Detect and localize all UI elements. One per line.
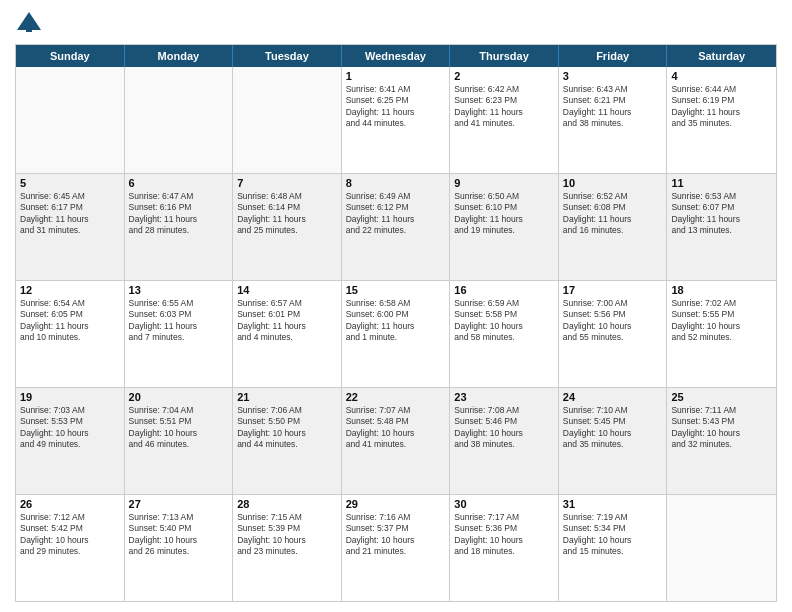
calendar-cell: 12Sunrise: 6:54 AMSunset: 6:05 PMDayligh… xyxy=(16,281,125,387)
day-number: 14 xyxy=(237,284,337,296)
calendar-cell: 27Sunrise: 7:13 AMSunset: 5:40 PMDayligh… xyxy=(125,495,234,601)
calendar-cell: 24Sunrise: 7:10 AMSunset: 5:45 PMDayligh… xyxy=(559,388,668,494)
cell-content: Sunrise: 6:58 AMSunset: 6:00 PMDaylight:… xyxy=(346,298,446,344)
header-day-monday: Monday xyxy=(125,45,234,67)
cell-content: Sunrise: 6:53 AMSunset: 6:07 PMDaylight:… xyxy=(671,191,772,237)
calendar-cell: 15Sunrise: 6:58 AMSunset: 6:00 PMDayligh… xyxy=(342,281,451,387)
cell-content: Sunrise: 7:16 AMSunset: 5:37 PMDaylight:… xyxy=(346,512,446,558)
cell-content: Sunrise: 6:55 AMSunset: 6:03 PMDaylight:… xyxy=(129,298,229,344)
calendar-cell: 20Sunrise: 7:04 AMSunset: 5:51 PMDayligh… xyxy=(125,388,234,494)
cell-content: Sunrise: 7:12 AMSunset: 5:42 PMDaylight:… xyxy=(20,512,120,558)
header-day-friday: Friday xyxy=(559,45,668,67)
calendar-cell: 7Sunrise: 6:48 AMSunset: 6:14 PMDaylight… xyxy=(233,174,342,280)
calendar-cell: 23Sunrise: 7:08 AMSunset: 5:46 PMDayligh… xyxy=(450,388,559,494)
calendar-cell xyxy=(16,67,125,173)
cell-content: Sunrise: 7:10 AMSunset: 5:45 PMDaylight:… xyxy=(563,405,663,451)
calendar-cell: 25Sunrise: 7:11 AMSunset: 5:43 PMDayligh… xyxy=(667,388,776,494)
calendar-cell: 17Sunrise: 7:00 AMSunset: 5:56 PMDayligh… xyxy=(559,281,668,387)
day-number: 18 xyxy=(671,284,772,296)
calendar-cell: 21Sunrise: 7:06 AMSunset: 5:50 PMDayligh… xyxy=(233,388,342,494)
day-number: 11 xyxy=(671,177,772,189)
calendar-cell: 3Sunrise: 6:43 AMSunset: 6:21 PMDaylight… xyxy=(559,67,668,173)
cell-content: Sunrise: 7:13 AMSunset: 5:40 PMDaylight:… xyxy=(129,512,229,558)
calendar-cell: 2Sunrise: 6:42 AMSunset: 6:23 PMDaylight… xyxy=(450,67,559,173)
cell-content: Sunrise: 7:19 AMSunset: 5:34 PMDaylight:… xyxy=(563,512,663,558)
calendar-cell: 8Sunrise: 6:49 AMSunset: 6:12 PMDaylight… xyxy=(342,174,451,280)
header-day-sunday: Sunday xyxy=(16,45,125,67)
calendar-cell: 19Sunrise: 7:03 AMSunset: 5:53 PMDayligh… xyxy=(16,388,125,494)
calendar-cell: 5Sunrise: 6:45 AMSunset: 6:17 PMDaylight… xyxy=(16,174,125,280)
svg-rect-1 xyxy=(26,24,32,32)
cell-content: Sunrise: 7:08 AMSunset: 5:46 PMDaylight:… xyxy=(454,405,554,451)
day-number: 25 xyxy=(671,391,772,403)
day-number: 30 xyxy=(454,498,554,510)
cell-content: Sunrise: 7:04 AMSunset: 5:51 PMDaylight:… xyxy=(129,405,229,451)
header xyxy=(15,10,777,38)
day-number: 7 xyxy=(237,177,337,189)
cell-content: Sunrise: 6:47 AMSunset: 6:16 PMDaylight:… xyxy=(129,191,229,237)
cell-content: Sunrise: 7:15 AMSunset: 5:39 PMDaylight:… xyxy=(237,512,337,558)
day-number: 29 xyxy=(346,498,446,510)
day-number: 9 xyxy=(454,177,554,189)
header-day-wednesday: Wednesday xyxy=(342,45,451,67)
cell-content: Sunrise: 6:41 AMSunset: 6:25 PMDaylight:… xyxy=(346,84,446,130)
calendar-cell: 18Sunrise: 7:02 AMSunset: 5:55 PMDayligh… xyxy=(667,281,776,387)
cell-content: Sunrise: 6:43 AMSunset: 6:21 PMDaylight:… xyxy=(563,84,663,130)
day-number: 24 xyxy=(563,391,663,403)
day-number: 4 xyxy=(671,70,772,82)
calendar-cell: 1Sunrise: 6:41 AMSunset: 6:25 PMDaylight… xyxy=(342,67,451,173)
day-number: 21 xyxy=(237,391,337,403)
header-day-tuesday: Tuesday xyxy=(233,45,342,67)
cell-content: Sunrise: 7:02 AMSunset: 5:55 PMDaylight:… xyxy=(671,298,772,344)
day-number: 13 xyxy=(129,284,229,296)
cell-content: Sunrise: 6:54 AMSunset: 6:05 PMDaylight:… xyxy=(20,298,120,344)
cell-content: Sunrise: 6:42 AMSunset: 6:23 PMDaylight:… xyxy=(454,84,554,130)
cell-content: Sunrise: 7:03 AMSunset: 5:53 PMDaylight:… xyxy=(20,405,120,451)
day-number: 15 xyxy=(346,284,446,296)
calendar-cell: 31Sunrise: 7:19 AMSunset: 5:34 PMDayligh… xyxy=(559,495,668,601)
calendar-cell: 26Sunrise: 7:12 AMSunset: 5:42 PMDayligh… xyxy=(16,495,125,601)
cell-content: Sunrise: 7:07 AMSunset: 5:48 PMDaylight:… xyxy=(346,405,446,451)
header-day-saturday: Saturday xyxy=(667,45,776,67)
cell-content: Sunrise: 6:48 AMSunset: 6:14 PMDaylight:… xyxy=(237,191,337,237)
cell-content: Sunrise: 7:00 AMSunset: 5:56 PMDaylight:… xyxy=(563,298,663,344)
calendar-row-4: 26Sunrise: 7:12 AMSunset: 5:42 PMDayligh… xyxy=(16,495,776,601)
calendar-cell: 14Sunrise: 6:57 AMSunset: 6:01 PMDayligh… xyxy=(233,281,342,387)
calendar-cell: 4Sunrise: 6:44 AMSunset: 6:19 PMDaylight… xyxy=(667,67,776,173)
day-number: 31 xyxy=(563,498,663,510)
cell-content: Sunrise: 6:45 AMSunset: 6:17 PMDaylight:… xyxy=(20,191,120,237)
cell-content: Sunrise: 6:59 AMSunset: 5:58 PMDaylight:… xyxy=(454,298,554,344)
day-number: 26 xyxy=(20,498,120,510)
day-number: 27 xyxy=(129,498,229,510)
calendar-row-3: 19Sunrise: 7:03 AMSunset: 5:53 PMDayligh… xyxy=(16,388,776,495)
calendar-cell: 10Sunrise: 6:52 AMSunset: 6:08 PMDayligh… xyxy=(559,174,668,280)
cell-content: Sunrise: 6:52 AMSunset: 6:08 PMDaylight:… xyxy=(563,191,663,237)
logo xyxy=(15,10,47,38)
day-number: 6 xyxy=(129,177,229,189)
header-day-thursday: Thursday xyxy=(450,45,559,67)
cell-content: Sunrise: 6:49 AMSunset: 6:12 PMDaylight:… xyxy=(346,191,446,237)
calendar-header: SundayMondayTuesdayWednesdayThursdayFrid… xyxy=(16,45,776,67)
calendar-cell: 29Sunrise: 7:16 AMSunset: 5:37 PMDayligh… xyxy=(342,495,451,601)
logo-icon xyxy=(15,10,43,38)
calendar-cell xyxy=(125,67,234,173)
day-number: 8 xyxy=(346,177,446,189)
day-number: 16 xyxy=(454,284,554,296)
day-number: 28 xyxy=(237,498,337,510)
cell-content: Sunrise: 7:11 AMSunset: 5:43 PMDaylight:… xyxy=(671,405,772,451)
calendar-cell: 28Sunrise: 7:15 AMSunset: 5:39 PMDayligh… xyxy=(233,495,342,601)
day-number: 17 xyxy=(563,284,663,296)
day-number: 23 xyxy=(454,391,554,403)
page: SundayMondayTuesdayWednesdayThursdayFrid… xyxy=(0,0,792,612)
day-number: 20 xyxy=(129,391,229,403)
calendar: SundayMondayTuesdayWednesdayThursdayFrid… xyxy=(15,44,777,602)
cell-content: Sunrise: 6:50 AMSunset: 6:10 PMDaylight:… xyxy=(454,191,554,237)
day-number: 22 xyxy=(346,391,446,403)
day-number: 12 xyxy=(20,284,120,296)
cell-content: Sunrise: 7:06 AMSunset: 5:50 PMDaylight:… xyxy=(237,405,337,451)
cell-content: Sunrise: 6:57 AMSunset: 6:01 PMDaylight:… xyxy=(237,298,337,344)
calendar-row-2: 12Sunrise: 6:54 AMSunset: 6:05 PMDayligh… xyxy=(16,281,776,388)
day-number: 1 xyxy=(346,70,446,82)
day-number: 5 xyxy=(20,177,120,189)
day-number: 2 xyxy=(454,70,554,82)
